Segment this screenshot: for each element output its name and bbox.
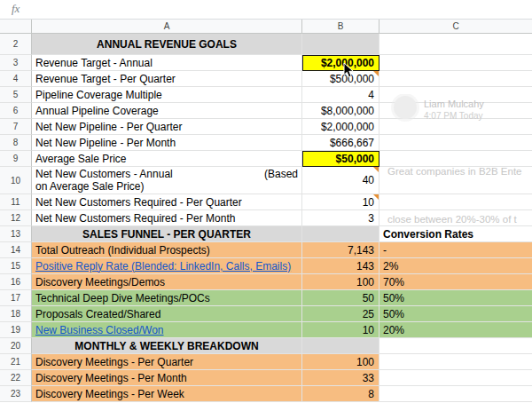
cell-C6[interactable] [379, 103, 532, 119]
cell-A21[interactable]: Discovery Meetings - Per Quarter [32, 354, 302, 370]
cell-C14[interactable]: - [379, 242, 532, 258]
cell-B23[interactable]: 8 [302, 386, 379, 402]
cell-C23[interactable] [379, 386, 532, 402]
cell-A12[interactable]: Net New Customers Required - Per Month [32, 210, 302, 226]
row-header-16[interactable]: 16 [0, 274, 32, 290]
row-header-17[interactable]: 17 [0, 290, 32, 306]
row-header-23[interactable]: 23 [0, 386, 32, 402]
cell-text-A21: Discovery Meetings - Per Quarter [35, 356, 193, 368]
spreadsheet-grid: 2ANNUAL REVENUE GOALS3Revenue Target - A… [0, 34, 532, 402]
cell-C5[interactable] [379, 87, 532, 103]
cell-B19[interactable]: 10 [302, 322, 379, 338]
cell-C18[interactable]: 50% [379, 306, 532, 322]
cell-A7[interactable]: Net New Pipeline - Per Quarter [32, 119, 302, 135]
cell-B16[interactable]: 100 [302, 274, 379, 290]
cell-A23[interactable]: Discovery Meetings - Per Week [32, 386, 302, 402]
row-header-3[interactable]: 3 [0, 55, 32, 71]
cell-B14[interactable]: 7,143 [302, 242, 379, 258]
cell-A6[interactable]: Annual Pipeline Coverage [32, 103, 302, 119]
cell-B20[interactable] [302, 338, 379, 354]
cell-B11[interactable]: 10 [302, 194, 379, 210]
row-header-5[interactable]: 5 [0, 87, 32, 103]
cell-A5[interactable]: Pipeline Coverage Multiple [32, 87, 302, 103]
cell-C11[interactable] [379, 194, 532, 210]
row-header-12[interactable]: 12 [0, 210, 32, 226]
cell-C22[interactable] [379, 370, 532, 386]
cell-A15[interactable]: Positive Reply Rate (Blended: LinkedIn, … [32, 258, 302, 274]
cell-A4[interactable]: Revenue Target - Per Quarter [32, 71, 302, 87]
column-header-a[interactable]: A [32, 20, 302, 34]
cell-B2[interactable] [302, 34, 379, 55]
cell-C9[interactable] [379, 151, 532, 167]
row-header-9[interactable]: 9 [0, 151, 32, 167]
row-header-21[interactable]: 21 [0, 354, 32, 370]
row-header-11[interactable]: 11 [0, 194, 32, 210]
cell-C17[interactable]: 50% [379, 290, 532, 306]
cell-C4[interactable] [379, 71, 532, 87]
cell-C20[interactable] [379, 338, 532, 354]
cell-A14[interactable]: Total Outreach (Individual Prospects) [32, 242, 302, 258]
cell-B10[interactable]: 40 [302, 167, 379, 194]
cell-text: Net New Customers - Annual [35, 168, 173, 180]
row-header-22[interactable]: 22 [0, 370, 32, 386]
cell-C19[interactable]: 20% [379, 322, 532, 338]
cell-C3[interactable] [379, 55, 532, 71]
cell-B4[interactable]: $500,000 [302, 71, 379, 87]
column-header-b[interactable]: B [302, 20, 379, 34]
cell-C13[interactable]: Conversion Rates [379, 226, 532, 242]
row-header-2[interactable]: 2 [0, 34, 32, 55]
cell-link-A15[interactable]: Positive Reply Rate (Blended: LinkedIn, … [35, 260, 291, 273]
cell-B12[interactable]: 3 [302, 210, 379, 226]
cell-C10[interactable] [379, 167, 532, 194]
row-header-13[interactable]: 13 [0, 226, 32, 242]
cell-link-A19[interactable]: New Business Closed/Won [35, 324, 164, 336]
cell-B13[interactable] [302, 226, 379, 242]
cell-A9[interactable]: Average Sale Price [32, 151, 302, 167]
cell-A16[interactable]: Discovery Meetings/Demos [32, 274, 302, 290]
row-header-8[interactable]: 8 [0, 135, 32, 151]
cell-B9[interactable]: $50,000 [302, 151, 379, 167]
cell-A2[interactable]: ANNUAL REVENUE GOALS [32, 34, 302, 55]
cell-A3[interactable]: Revenue Target - Annual [32, 55, 302, 71]
cell-B21[interactable]: 100 [302, 354, 379, 370]
cell-A11[interactable]: Net New Customers Required - Per Quarter [32, 194, 302, 210]
cell-A8[interactable]: Net New Pipeline - Per Month [32, 135, 302, 151]
cell-C15[interactable]: 2% [379, 258, 532, 274]
cell-C2[interactable] [379, 34, 532, 55]
row-header-20[interactable]: 20 [0, 338, 32, 354]
cell-A13[interactable]: SALES FUNNEL - PER QUARTER [32, 226, 302, 242]
row-header-15[interactable]: 15 [0, 258, 32, 274]
cell-B17[interactable]: 50 [302, 290, 379, 306]
row-header-14[interactable]: 14 [0, 242, 32, 258]
cell-B8[interactable]: $666,667 [302, 135, 379, 151]
select-all-corner[interactable] [0, 20, 32, 34]
cell-C12[interactable] [379, 210, 532, 226]
cell-A22[interactable]: Discovery Meetings - Per Month [32, 370, 302, 386]
cell-C8[interactable] [379, 135, 532, 151]
row-header-7[interactable]: 7 [0, 119, 32, 135]
row-header-18[interactable]: 18 [0, 306, 32, 322]
cell-A20[interactable]: MONTHLY & WEEKLY BREAKDOWN [32, 338, 302, 354]
cell-A10[interactable]: Net New Customers - Annual(Basedon Avera… [32, 167, 302, 194]
cell-B15[interactable]: 143 [302, 258, 379, 274]
row-header-6[interactable]: 6 [0, 103, 32, 119]
cell-A18[interactable]: Proposals Created/Shared [32, 306, 302, 322]
row-header-19[interactable]: 19 [0, 322, 32, 338]
cell-text-A17: Technical Deep Dive Meetings/POCs [35, 292, 210, 304]
cell-B5[interactable]: 4 [302, 87, 379, 103]
column-header-c[interactable]: C [379, 20, 532, 34]
cell-B6[interactable]: $8,000,000 [302, 103, 379, 119]
cell-B3[interactable]: $2,000,000 [302, 55, 379, 71]
formula-input[interactable] [35, 0, 532, 19]
cell-C16[interactable]: 70% [379, 274, 532, 290]
cell-C7[interactable] [379, 119, 532, 135]
cell-A17[interactable]: Technical Deep Dive Meetings/POCs [32, 290, 302, 306]
row-header-4[interactable]: 4 [0, 71, 32, 87]
row-header-10[interactable]: 10 [0, 167, 32, 194]
cell-A19[interactable]: New Business Closed/Won [32, 322, 302, 338]
sheet-row-17: 17Technical Deep Dive Meetings/POCs5050% [0, 290, 532, 306]
cell-B7[interactable]: $2,000,000 [302, 119, 379, 135]
cell-B18[interactable]: 25 [302, 306, 379, 322]
cell-C21[interactable] [379, 354, 532, 370]
cell-B22[interactable]: 33 [302, 370, 379, 386]
